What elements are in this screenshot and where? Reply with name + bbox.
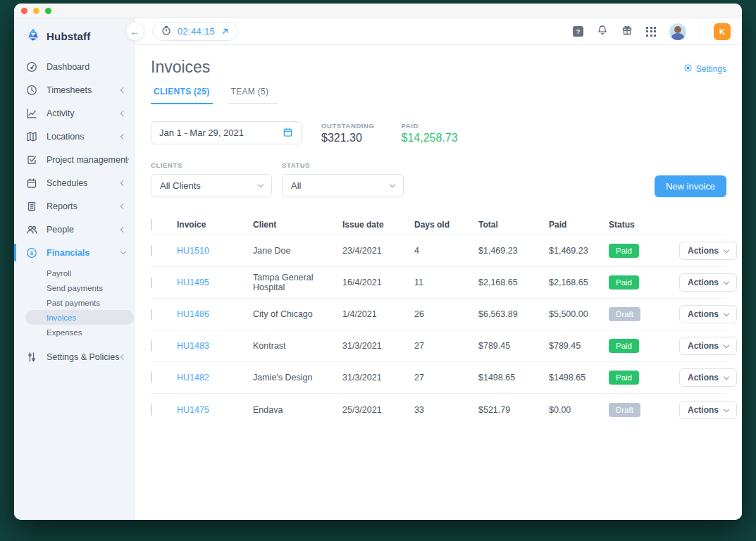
organization-badge[interactable]: K: [714, 23, 731, 40]
row-checkbox[interactable]: [151, 277, 152, 288]
actions-button[interactable]: Actions: [679, 305, 737, 323]
table-header-row: Invoice Client Issue date Days old Total…: [151, 214, 726, 235]
sidebar-item-activity[interactable]: Activity: [14, 101, 135, 125]
brand-logo[interactable]: Hubstaff: [14, 18, 135, 45]
actions-button[interactable]: Actions: [679, 337, 737, 355]
chevron-down-icon: [258, 182, 264, 187]
clients-select[interactable]: All Clients: [151, 174, 272, 197]
chevron-left-icon: [120, 354, 126, 359]
sidebar-item-settings-policies[interactable]: Settings & Policies: [14, 345, 135, 368]
paid-summary: PAID $14,258.73: [402, 122, 458, 144]
open-timer-arrow-icon[interactable]: [221, 25, 229, 38]
apps-grid-icon[interactable]: [646, 27, 656, 37]
status-badge: Paid: [609, 339, 639, 353]
invoices-table: Invoice Client Issue date Days old Total…: [151, 214, 726, 425]
close-window-button[interactable]: [21, 8, 27, 14]
sidebar-subitem-past-payments[interactable]: Past payments: [14, 295, 135, 310]
client-cell: Jane Doe: [253, 246, 342, 256]
help-icon[interactable]: ?: [573, 26, 583, 37]
status-select[interactable]: All: [282, 174, 404, 197]
window-titlebar: [14, 4, 742, 18]
task-check-icon: [26, 154, 37, 166]
sidebar-item-timesheets[interactable]: Timesheets: [14, 78, 135, 101]
zoom-window-button[interactable]: [45, 8, 51, 14]
select-all-checkbox[interactable]: [151, 219, 152, 230]
issue-date-cell: 1/4/2021: [342, 309, 414, 319]
gift-icon[interactable]: [621, 25, 633, 39]
row-checkbox[interactable]: [151, 372, 152, 383]
chevron-down-icon: [390, 182, 395, 187]
sidebar: Hubstaff Dashboard Timesheets: [14, 18, 135, 520]
date-range-picker[interactable]: Jan 1 - Mar 29, 2021: [151, 121, 302, 144]
stopwatch-icon: [161, 25, 171, 38]
sidebar-item-reports[interactable]: Reports: [14, 194, 135, 218]
actions-button[interactable]: Actions: [679, 242, 737, 260]
new-invoice-button[interactable]: New invoice: [655, 175, 726, 197]
actions-button[interactable]: Actions: [679, 273, 737, 292]
chevron-left-icon: [120, 203, 126, 209]
tab-team[interactable]: TEAM (5): [228, 87, 279, 104]
paid-cell: $789.45: [549, 341, 609, 351]
paid-value: $14,258.73: [402, 132, 458, 144]
invoice-link[interactable]: HU1482: [177, 373, 253, 383]
chevron-down-icon: [724, 311, 729, 316]
report-doc-icon: [26, 201, 37, 212]
sliders-icon: [26, 352, 37, 363]
sidebar-item-financials[interactable]: $ Financials: [14, 241, 135, 264]
notifications-bell-icon[interactable]: [597, 25, 608, 39]
invoice-link[interactable]: HU1486: [177, 309, 253, 319]
sidebar-subitem-invoices[interactable]: Invoices: [14, 310, 135, 325]
clients-filter: CLIENTS All Clients: [151, 161, 272, 197]
table-row: HU1483 Kontrast 31/3/2021 27 $789.45 $78…: [151, 330, 726, 362]
timer-value: 02:44:15: [178, 26, 215, 37]
invoice-link[interactable]: HU1475: [177, 405, 253, 415]
main-area: ← 02:44:15 ?: [135, 18, 742, 520]
actions-button[interactable]: Actions: [679, 368, 737, 387]
row-checkbox[interactable]: [151, 309, 152, 320]
chevron-down-icon: [120, 249, 126, 254]
total-cell: $1,469.23: [478, 246, 549, 256]
row-checkbox[interactable]: [151, 404, 152, 416]
sidebar-item-people[interactable]: People: [14, 218, 135, 241]
row-checkbox[interactable]: [151, 245, 152, 256]
invoice-settings-link[interactable]: Settings: [683, 63, 726, 75]
timer-widget[interactable]: 02:44:15: [152, 22, 238, 41]
outstanding-value: $321.30: [321, 132, 375, 144]
days-old-cell: 4: [414, 246, 478, 256]
status-badge: Draft: [609, 403, 640, 417]
invoice-tabs: CLIENTS (25) TEAM (5): [151, 87, 726, 104]
actions-button[interactable]: Actions: [679, 401, 737, 419]
sidebar-item-locations[interactable]: Locations: [14, 125, 135, 148]
issue-date-cell: 23/4/2021: [342, 246, 414, 256]
sidebar-subitem-send-payments[interactable]: Send payments: [14, 280, 135, 295]
invoices-page: Invoices Settings CLIENTS (25) TEAM (5) …: [135, 45, 742, 520]
gear-icon: [683, 63, 693, 75]
status-badge: Paid: [609, 371, 639, 385]
svg-text:$: $: [30, 250, 34, 256]
sidebar-item-schedules[interactable]: Schedules: [14, 171, 135, 194]
invoice-link[interactable]: HU1510: [177, 246, 253, 256]
days-old-cell: 26: [414, 309, 478, 319]
sidebar-item-project-management[interactable]: Project management: [14, 148, 135, 171]
minimize-window-button[interactable]: [33, 8, 39, 14]
invoice-link[interactable]: HU1483: [177, 341, 253, 351]
people-icon: [26, 224, 37, 235]
days-old-cell: 11: [414, 278, 478, 287]
sidebar-subitem-expenses[interactable]: Expenses: [14, 325, 135, 340]
user-avatar[interactable]: [669, 23, 686, 40]
tab-clients[interactable]: CLIENTS (25): [151, 87, 213, 104]
paid-cell: $1498.65: [549, 373, 609, 383]
activity-chart-icon: [26, 108, 37, 119]
table-row: HU1475 Endava 25/3/2021 33 $521.79 $0.00…: [151, 394, 726, 425]
back-button[interactable]: ←: [125, 22, 144, 41]
calendar-icon: [26, 178, 37, 189]
row-checkbox[interactable]: [151, 340, 152, 352]
calendar-icon: [283, 127, 293, 139]
status-filter: STATUS All: [282, 161, 404, 197]
sidebar-item-dashboard[interactable]: Dashboard: [14, 55, 135, 78]
sidebar-subitem-payroll[interactable]: Payroll: [14, 266, 135, 280]
issue-date-cell: 25/3/2021: [342, 405, 414, 415]
table-row: HU1510 Jane Doe 23/4/2021 4 $1,469.23 $1…: [151, 235, 726, 267]
invoice-link[interactable]: HU1495: [177, 278, 253, 287]
total-cell: $521.79: [478, 405, 549, 415]
